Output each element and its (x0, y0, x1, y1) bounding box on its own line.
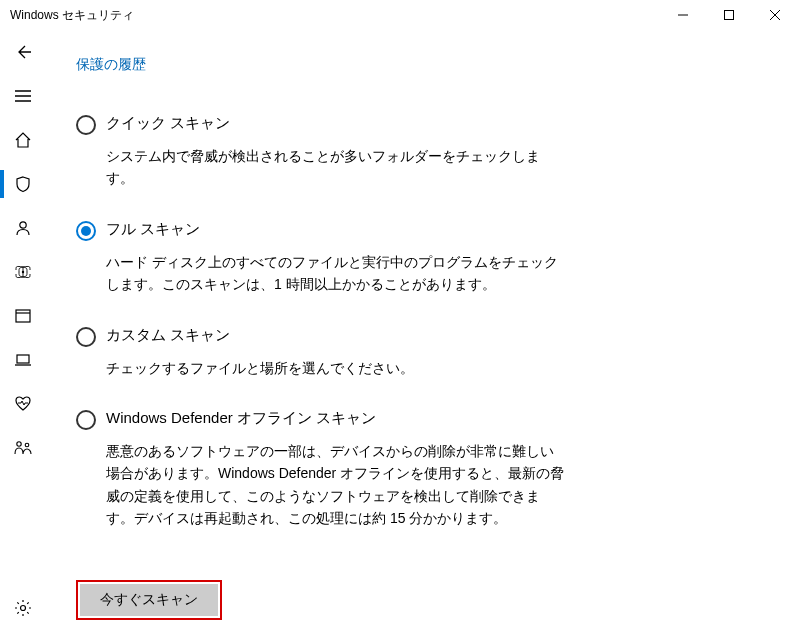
svg-rect-4 (17, 355, 29, 363)
option-body: フル スキャン ハード ディスク上のすべてのファイルと実行中のプログラムをチェッ… (106, 220, 566, 296)
option-title: Windows Defender オフライン スキャン (106, 409, 566, 428)
svg-point-5 (17, 442, 21, 446)
radio-offline-scan[interactable] (76, 410, 96, 430)
option-offline-scan[interactable]: Windows Defender オフライン スキャン 悪意のあるソフトウェアの… (76, 409, 768, 530)
option-desc: ハード ディスク上のすべてのファイルと実行中のプログラムをチェックします。このス… (106, 251, 566, 296)
option-custom-scan[interactable]: カスタム スキャン チェックするファイルと場所を選んでください。 (76, 326, 768, 379)
person-icon (14, 219, 32, 237)
nav-settings[interactable] (0, 586, 46, 630)
nav-app-browser[interactable] (0, 294, 46, 338)
svg-rect-0 (725, 11, 734, 20)
nav-family-options[interactable] (0, 426, 46, 470)
option-body: カスタム スキャン チェックするファイルと場所を選んでください。 (106, 326, 566, 379)
nav-firewall[interactable] (0, 250, 46, 294)
option-desc: システム内で脅威が検出されることが多いフォルダーをチェックします。 (106, 145, 566, 190)
back-arrow-icon (14, 43, 32, 61)
svg-point-1 (20, 222, 26, 228)
scan-now-button[interactable]: 今すぐスキャン (80, 584, 218, 616)
back-button[interactable] (0, 30, 46, 74)
heart-icon (14, 395, 32, 413)
svg-point-7 (21, 606, 26, 611)
option-desc: 悪意のあるソフトウェアの一部は、デバイスからの削除が非常に難しい場合があります。… (106, 440, 566, 530)
home-icon (14, 131, 32, 149)
option-body: クイック スキャン システム内で脅威が検出されることが多いフォルダーをチェックし… (106, 114, 566, 190)
nav-device-performance[interactable] (0, 382, 46, 426)
svg-point-6 (25, 443, 29, 447)
close-icon (770, 10, 780, 20)
minimize-icon (678, 10, 688, 20)
radio-quick-scan[interactable] (76, 115, 96, 135)
svg-point-2 (22, 271, 24, 273)
option-title: フル スキャン (106, 220, 566, 239)
nav-rail (0, 30, 46, 630)
radio-full-scan[interactable] (76, 221, 96, 241)
network-icon (13, 263, 33, 281)
minimize-button[interactable] (660, 0, 706, 30)
option-quick-scan[interactable]: クイック スキャン システム内で脅威が検出されることが多いフォルダーをチェックし… (76, 114, 768, 190)
scan-now-highlight: 今すぐスキャン (76, 580, 222, 620)
maximize-button[interactable] (706, 0, 752, 30)
nav-device-security[interactable] (0, 338, 46, 382)
menu-button[interactable] (0, 74, 46, 118)
family-icon (13, 439, 33, 457)
titlebar: Windows セキュリティ (0, 0, 798, 30)
svg-rect-3 (16, 310, 30, 322)
nav-home[interactable] (0, 118, 46, 162)
maximize-icon (724, 10, 734, 20)
nav-account-protection[interactable] (0, 206, 46, 250)
hamburger-icon (14, 87, 32, 105)
app-window-icon (14, 307, 32, 325)
close-button[interactable] (752, 0, 798, 30)
shield-icon (14, 175, 32, 193)
window-title: Windows セキュリティ (10, 7, 660, 24)
option-body: Windows Defender オフライン スキャン 悪意のあるソフトウェアの… (106, 409, 566, 530)
protection-history-link[interactable]: 保護の履歴 (76, 56, 768, 74)
option-title: クイック スキャン (106, 114, 566, 133)
option-title: カスタム スキャン (106, 326, 566, 345)
gear-icon (14, 599, 32, 617)
nav-virus-protection[interactable] (0, 162, 46, 206)
laptop-icon (14, 351, 32, 369)
window-controls (660, 0, 798, 30)
option-full-scan[interactable]: フル スキャン ハード ディスク上のすべてのファイルと実行中のプログラムをチェッ… (76, 220, 768, 296)
option-desc: チェックするファイルと場所を選んでください。 (106, 357, 566, 379)
main-content: 保護の履歴 クイック スキャン システム内で脅威が検出されることが多いフォルダー… (46, 30, 798, 630)
radio-custom-scan[interactable] (76, 327, 96, 347)
